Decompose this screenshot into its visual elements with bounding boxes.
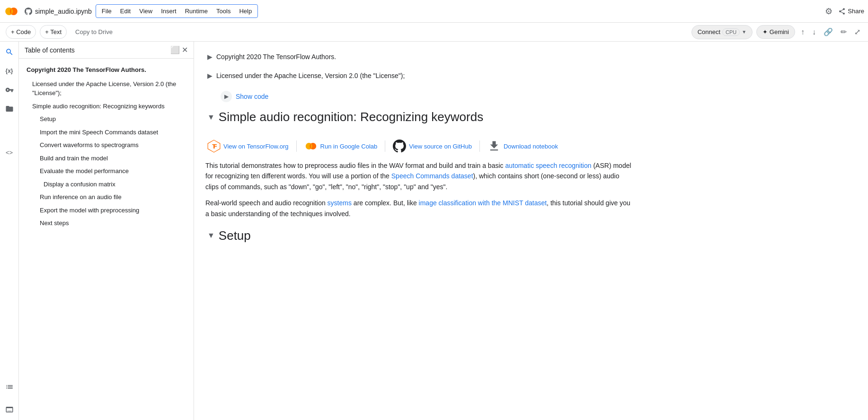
toc-item-license[interactable]: Licensed under the Apache License, Versi…: [19, 78, 194, 100]
menu-file[interactable]: File: [98, 6, 115, 17]
license-section: ▶ Licensed under the Apache License, Ver…: [205, 68, 857, 83]
toc-item-evaluate[interactable]: Evaluate the model performance: [19, 165, 194, 178]
colab-badge-icon: [304, 140, 318, 153]
systems-link[interactable]: systems: [328, 199, 352, 207]
share-button[interactable]: Share: [838, 8, 864, 15]
setup-collapse-btn[interactable]: ▼: [207, 231, 215, 240]
copyright-collapse-btn[interactable]: ▶: [207, 53, 213, 61]
main-title-text: Simple audio recognition: Recognizing ke…: [219, 110, 483, 124]
top-bar: simple_audio.ipynb File Edit View Insert…: [0, 0, 868, 23]
toc-item-next[interactable]: Next steps: [19, 217, 194, 230]
menu-insert[interactable]: Insert: [157, 6, 180, 17]
menu-help[interactable]: Help: [235, 6, 256, 17]
cpu-badge: CPU: [722, 28, 740, 36]
show-code-link[interactable]: Show code: [236, 93, 268, 100]
show-code-area: ▶ Show code: [213, 87, 857, 106]
download-badge-text: Download notebook: [504, 143, 558, 150]
license-heading[interactable]: ▶ Licensed under the Apache License, Ver…: [205, 68, 857, 83]
share-label: Share: [848, 8, 864, 15]
asr-link[interactable]: automatic speech recognition: [505, 162, 591, 169]
run-cell-button[interactable]: ▶: [221, 91, 232, 102]
toc-item-confusion[interactable]: Display a confusion matrix: [19, 178, 194, 191]
badge-row: T F View on TensorFlow.org Run in Google…: [205, 132, 857, 160]
menu-edit[interactable]: Edit: [116, 6, 134, 17]
toc-item-export[interactable]: Export the model with preprocessing: [19, 204, 194, 217]
main-title-heading[interactable]: ▼ Simple audio recognition: Recognizing …: [205, 106, 857, 128]
svg-point-1: [10, 8, 18, 15]
gemini-button[interactable]: ✦ Gemini: [756, 25, 795, 39]
menu-view[interactable]: View: [135, 6, 156, 17]
left-icon-snippets[interactable]: [3, 380, 16, 394]
intro-paragraph-2: Real-world speech and audio recognition …: [205, 198, 631, 219]
link-button[interactable]: 🔗: [822, 26, 835, 38]
main-layout: {x} <> Table of contents ⬜ ✕ Copyright 2…: [0, 42, 868, 420]
speech-commands-link[interactable]: Speech Commands dataset: [391, 172, 473, 180]
left-icon-code[interactable]: <>: [3, 146, 16, 159]
sidebar-header: Table of contents ⬜ ✕: [19, 42, 194, 59]
notebook-filename: simple_audio.ipynb: [35, 8, 92, 15]
toc-item-copyright[interactable]: Copyright 2020 The TensorFlow Authors.: [19, 62, 194, 78]
sidebar-header-icons: ⬜ ✕: [170, 45, 188, 54]
settings-icon[interactable]: ⚙: [825, 6, 833, 17]
menu-runtime[interactable]: Runtime: [181, 6, 212, 17]
left-icon-terminal[interactable]: [3, 403, 16, 416]
move-down-button[interactable]: ↓: [810, 26, 818, 38]
left-icon-bar: {x} <>: [0, 42, 19, 420]
toc-item-inference[interactable]: Run inference on an audio file: [19, 191, 194, 204]
sidebar-toc: Copyright 2020 The TensorFlow Authors. L…: [19, 59, 194, 420]
github-badge-icon: [393, 140, 406, 153]
main-title-collapse-btn[interactable]: ▼: [207, 113, 215, 122]
copyright-heading[interactable]: ▶ Copyright 2020 The TensorFlow Authors.: [205, 49, 857, 64]
toolbar-right: Connect CPU ▼ ✦ Gemini ↑ ↓ 🔗 ✏ ⤢: [691, 25, 862, 39]
add-text-button[interactable]: + Text: [40, 25, 67, 39]
mnist-link[interactable]: image classification with the MNIST data…: [419, 199, 547, 207]
sidebar-title: Table of contents: [25, 46, 75, 54]
github-badge-text: View source on GitHub: [409, 143, 472, 150]
svg-point-6: [310, 143, 316, 149]
toc-item-import[interactable]: Import the mini Speech Commands dataset: [19, 126, 194, 139]
left-icon-search[interactable]: [3, 45, 16, 59]
left-icon-variables[interactable]: {x}: [3, 64, 16, 78]
tensorflow-badge-text: View on TensorFlow.org: [223, 143, 289, 150]
intro-paragraph-1: This tutorial demonstrates how to prepro…: [205, 160, 631, 192]
sidebar-open-icon[interactable]: ⬜: [170, 45, 180, 54]
left-icon-secrets[interactable]: [3, 83, 16, 96]
sidebar-close-icon[interactable]: ✕: [182, 45, 188, 54]
expand-button[interactable]: ⤢: [852, 26, 862, 38]
github-badge[interactable]: View source on GitHub: [393, 140, 472, 153]
toc-item-convert[interactable]: Convert waveforms to spectrograms: [19, 139, 194, 152]
license-collapse-btn[interactable]: ▶: [207, 72, 213, 79]
badge-divider-2: [385, 140, 385, 152]
add-code-button[interactable]: + Code: [6, 25, 36, 39]
license-title: Licensed under the Apache License, Versi…: [216, 72, 405, 79]
download-badge[interactable]: Download notebook: [487, 140, 558, 153]
tensorflow-badge[interactable]: T F View on TensorFlow.org: [207, 140, 289, 153]
toolbar: + Code + Text Copy to Drive Connect CPU …: [0, 23, 868, 42]
badge-divider-1: [296, 140, 297, 152]
colab-badge-text: Run in Google Colab: [320, 143, 378, 150]
download-badge-icon: [487, 140, 501, 153]
setup-section: ▼ Setup: [205, 225, 857, 247]
toc-item-build[interactable]: Build and train the model: [19, 152, 194, 165]
connect-button[interactable]: Connect CPU ▼: [691, 25, 753, 39]
top-right-actions: ⚙ Share: [825, 6, 864, 17]
copyright-title: Copyright 2020 The TensorFlow Authors.: [216, 53, 336, 61]
left-icon-files[interactable]: [3, 102, 16, 115]
move-up-button[interactable]: ↑: [799, 26, 806, 38]
tensorflow-icon: T F: [207, 140, 221, 153]
setup-title: Setup: [219, 228, 251, 243]
colab-logo-icon: [4, 4, 19, 19]
edit-button[interactable]: ✏: [839, 26, 849, 38]
menu-tools[interactable]: Tools: [213, 6, 234, 17]
badge-divider-3: [479, 140, 480, 152]
copy-to-drive-button[interactable]: Copy to Drive: [71, 26, 117, 38]
main-title-section: ▼ Simple audio recognition: Recognizing …: [205, 106, 857, 128]
copyright-section: ▶ Copyright 2020 The TensorFlow Authors.: [205, 49, 857, 64]
menu-bar: File Edit View Insert Runtime Tools Help: [96, 4, 258, 18]
colab-badge[interactable]: Run in Google Colab: [304, 140, 378, 153]
notebook-title: simple_audio.ipynb: [25, 8, 92, 15]
notebook-content: ▶ Copyright 2020 The TensorFlow Authors.…: [194, 42, 868, 420]
svg-text:F: F: [213, 143, 217, 150]
toc-item-simple-audio[interactable]: Simple audio recognition: Recognizing ke…: [19, 100, 194, 113]
toc-item-setup[interactable]: Setup: [19, 113, 194, 126]
